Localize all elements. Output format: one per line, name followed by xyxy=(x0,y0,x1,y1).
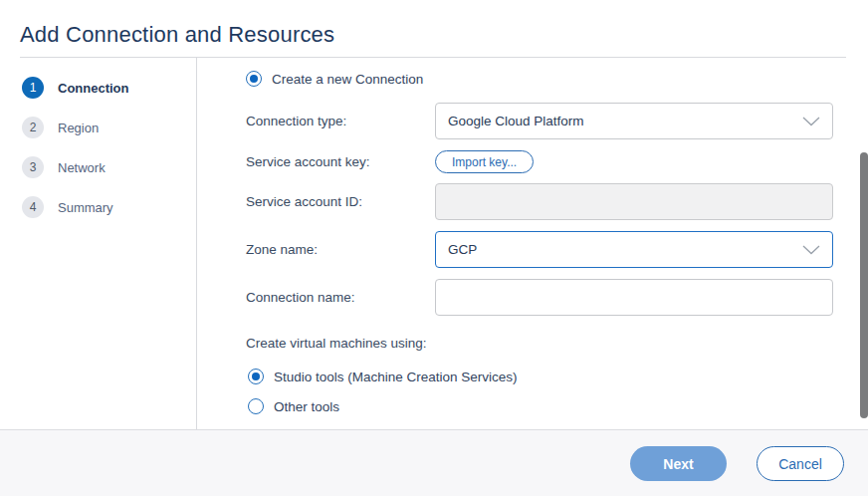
radio-icon xyxy=(248,369,264,384)
connection-name-field[interactable] xyxy=(448,290,820,305)
radio-label: Other tools xyxy=(274,399,339,414)
service-account-id-label: Service account ID: xyxy=(246,194,362,209)
zone-name-dropdown[interactable]: GCP xyxy=(435,231,833,268)
next-button[interactable]: Next xyxy=(630,446,727,481)
sidebar-divider xyxy=(196,58,197,429)
step-label: Summary xyxy=(58,200,113,215)
connection-name-label: Connection name: xyxy=(246,290,355,305)
service-account-key-label: Service account key: xyxy=(246,154,370,169)
sidebar-step-summary[interactable]: 4 Summary xyxy=(22,196,113,218)
step-number-badge: 2 xyxy=(22,117,44,138)
sidebar-step-network[interactable]: 3 Network xyxy=(22,156,106,178)
radio-label: Studio tools (Machine Creation Services) xyxy=(274,370,518,384)
create-new-connection-radio[interactable]: Create a new Connection xyxy=(246,71,423,87)
radio-icon xyxy=(246,71,262,87)
step-label: Network xyxy=(58,160,106,175)
connection-name-input[interactable] xyxy=(435,279,833,316)
chevron-down-icon xyxy=(802,245,820,255)
service-account-id-input xyxy=(435,183,833,220)
step-label: Connection xyxy=(58,81,129,96)
connection-type-value: Google Cloud Platform xyxy=(448,114,584,128)
radio-label: Create a new Connection xyxy=(272,72,423,87)
studio-tools-radio[interactable]: Studio tools (Machine Creation Services) xyxy=(248,369,518,384)
step-number-badge: 4 xyxy=(22,196,44,218)
radio-icon xyxy=(248,398,264,414)
header-divider xyxy=(20,57,846,58)
import-key-button[interactable]: Import key... xyxy=(435,150,534,173)
zone-name-value: GCP xyxy=(448,242,477,257)
connection-type-label: Connection type: xyxy=(246,114,346,128)
chevron-down-icon xyxy=(802,117,820,126)
connection-type-dropdown[interactable]: Google Cloud Platform xyxy=(435,103,833,139)
page-title: Add Connection and Resources xyxy=(20,22,334,48)
step-label: Region xyxy=(58,121,99,135)
other-tools-radio[interactable]: Other tools xyxy=(248,398,339,414)
vm-tools-label: Create virtual machines using: xyxy=(246,336,427,351)
footer-bar: Next Cancel xyxy=(0,429,868,496)
vertical-scrollbar-thumb[interactable] xyxy=(860,152,868,418)
step-number-badge: 1 xyxy=(22,77,44,99)
zone-name-label: Zone name: xyxy=(246,242,318,257)
cancel-button[interactable]: Cancel xyxy=(757,446,844,481)
step-number-badge: 3 xyxy=(22,156,44,178)
sidebar-step-region[interactable]: 2 Region xyxy=(22,117,99,138)
sidebar-step-connection[interactable]: 1 Connection xyxy=(22,77,129,99)
service-account-id-field xyxy=(448,194,820,209)
